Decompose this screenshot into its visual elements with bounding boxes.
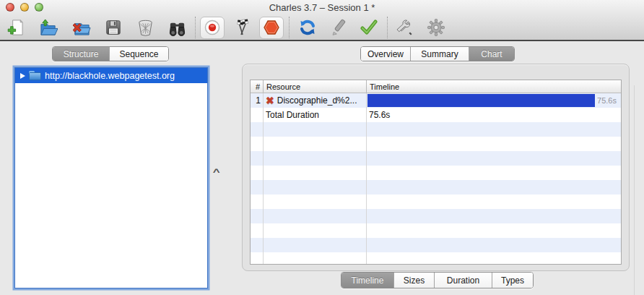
window-title: Charles 3.7 – Session 1 * (0, 2, 644, 13)
close-session-icon[interactable] (72, 18, 91, 37)
table-row-resource[interactable]: 1 ✖ Discographie_d%2... 75.6s (251, 93, 621, 108)
table-row-empty[interactable] (251, 166, 621, 180)
resource-name: Discographie_d%2... (277, 95, 357, 106)
column-header-num[interactable]: # (251, 80, 263, 93)
table-row-empty[interactable] (251, 223, 621, 238)
timeline-chart-table[interactable]: # Resource Timeline 1 ✖ Discographie_d%2… (250, 80, 622, 265)
toolbar-separator (289, 17, 290, 38)
tools-icon[interactable] (393, 18, 415, 37)
toolbar-separator (387, 17, 388, 38)
tab-timeline[interactable]: Timeline (341, 273, 393, 288)
record-icon (204, 20, 220, 35)
compose-icon[interactable] (329, 18, 348, 37)
toolbar (0, 14, 445, 40)
new-session-icon[interactable] (6, 18, 25, 37)
tab-duration[interactable]: Duration (434, 273, 492, 288)
total-duration-value: 75.6s (367, 110, 390, 120)
structure-tree[interactable]: http://blackhole.webpagetest.org (14, 67, 208, 288)
tab-structure[interactable]: Structure (53, 47, 109, 61)
table-row-empty[interactable] (251, 194, 621, 209)
tab-sizes[interactable]: Sizes (393, 273, 434, 288)
left-panel-tabs: Structure Sequence (52, 46, 169, 61)
chart-panel: # Resource Timeline 1 ✖ Discographie_d%2… (242, 64, 630, 271)
save-session-icon[interactable] (104, 18, 123, 37)
table-row-empty[interactable] (251, 151, 621, 166)
chart-type-tabs: Timeline Sizes Duration Types (341, 272, 534, 288)
column-header-timeline[interactable]: Timeline (366, 80, 621, 93)
open-session-icon[interactable] (39, 18, 58, 37)
main-content: Structure Sequence http://blackhole.webp… (0, 43, 644, 295)
failed-request-icon: ✖ (266, 95, 274, 106)
row-number: 1 (251, 93, 263, 108)
table-row-empty[interactable] (251, 137, 621, 151)
table-row-empty[interactable] (251, 238, 621, 252)
find-icon[interactable] (167, 18, 186, 37)
breakpoints-button[interactable] (259, 17, 284, 39)
validate-icon[interactable] (360, 18, 378, 37)
repeat-icon[interactable] (298, 18, 317, 37)
table-row-total[interactable]: Total Duration 75.6s (251, 108, 621, 122)
toolbar-separator (195, 17, 196, 38)
breakpoints-icon (263, 19, 280, 36)
table-header: # Resource Timeline (251, 80, 621, 93)
tab-chart[interactable]: Chart (469, 47, 514, 61)
record-button[interactable] (200, 17, 225, 39)
settings-gear-icon[interactable] (427, 18, 445, 37)
timeline-bar-label: 75.6s (595, 96, 617, 105)
table-row-empty[interactable] (251, 180, 621, 194)
table-row-empty[interactable] (251, 252, 621, 265)
window-edge (634, 85, 635, 295)
tree-item-label: http://blackhole.webpagetest.org (45, 71, 175, 81)
column-header-resource[interactable]: Resource (263, 80, 366, 93)
splitter-handle[interactable]: ^ (213, 166, 220, 177)
tab-types[interactable]: Types (492, 273, 533, 288)
throttling-flags-icon[interactable] (233, 18, 252, 37)
tab-summary[interactable]: Summary (410, 47, 469, 61)
timeline-bar[interactable] (367, 94, 595, 107)
folder-icon (29, 71, 41, 80)
disclosure-triangle-icon[interactable] (20, 73, 25, 79)
title-bar[interactable]: Charles 3.7 – Session 1 * (0, 0, 644, 14)
window-chrome: Charles 3.7 – Session 1 * (0, 0, 644, 41)
table-row-empty[interactable] (251, 209, 621, 223)
tree-item-host[interactable]: http://blackhole.webpagetest.org (15, 68, 207, 83)
right-panel-tabs: Overview Summary Chart (360, 46, 515, 61)
clear-session-icon[interactable] (136, 18, 155, 37)
tab-sequence[interactable]: Sequence (109, 47, 168, 61)
table-row-empty[interactable] (251, 122, 621, 137)
total-duration-label: Total Duration (266, 110, 319, 120)
tab-overview[interactable]: Overview (361, 47, 410, 61)
